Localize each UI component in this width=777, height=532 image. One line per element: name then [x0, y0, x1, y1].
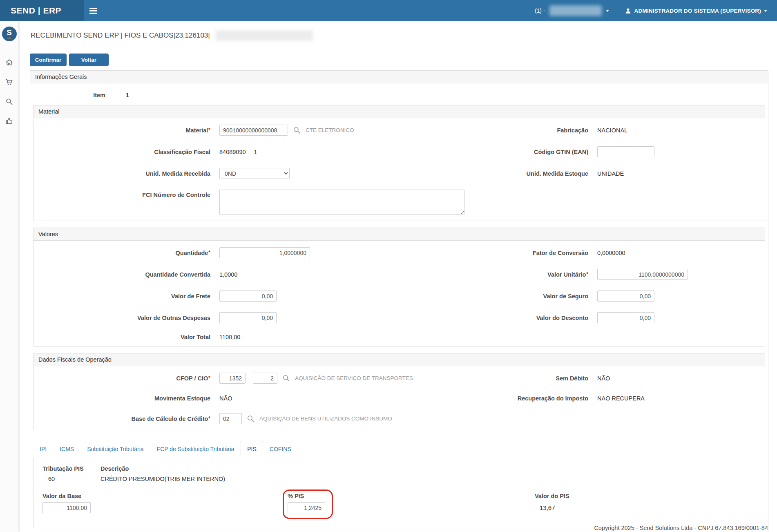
base-credito-search-icon[interactable] [247, 415, 255, 422]
unid-medida-estoque-value: UNIDADE [597, 170, 624, 177]
tax-tabs: IPI ICMS Substituição Tributária FCP de … [33, 441, 765, 457]
valor-frete-input[interactable] [219, 291, 277, 302]
tab-cofins[interactable]: COFINS [263, 441, 298, 457]
valor-unitario-input[interactable] [597, 269, 688, 280]
valor-da-base-label: Valor da Base [42, 493, 279, 499]
sidebar: Serp [0, 21, 18, 532]
tab-substituicao-tributaria[interactable]: Substituição Tributária [80, 441, 150, 457]
percent-pis-label: % PIS [288, 493, 325, 499]
material-panel: Material Material* CTE ELETRONICO Fabric… [33, 105, 765, 221]
general-info-heading: Informações Gerais [30, 71, 768, 83]
material-label: Material* [33, 127, 210, 134]
hamburger-menu-icon[interactable] [84, 0, 103, 21]
base-calculo-credito-input[interactable] [219, 413, 242, 424]
valor-desconto-label: Valor do Desconto [402, 315, 588, 321]
title-redacted-area [216, 30, 313, 41]
cio-input[interactable] [253, 373, 277, 384]
quantidade-convertida-label: Quantidade Convertida [33, 271, 210, 278]
quantidade-convertida-value: 1,0000 [219, 271, 237, 278]
quantidade-input[interactable] [219, 247, 310, 258]
material-heading: Material [33, 105, 765, 118]
valor-do-pis-value: 13,67 [535, 504, 765, 511]
valor-total-label: Valor Total [33, 334, 210, 340]
pis-percent-annotation-circle: % PIS [283, 490, 333, 519]
valores-panel: Valores Quantidade* Fator de Conversão 0… [33, 228, 765, 346]
classificacao-fiscal-label: Classificação Fiscal [33, 149, 210, 155]
movimenta-estoque-label: Movimenta Estoque [33, 395, 210, 402]
back-button[interactable]: Voltar [69, 54, 109, 66]
valor-seguro-label: Valor de Seguro [402, 293, 588, 300]
base-credito-description: AQUISIÇÃO DE BENS UTILIZADOS COMO INSUMO [259, 416, 392, 422]
table-row: 60 CRÉDITO PRESUMIDO(TRIB MER INTERNO) [42, 476, 765, 482]
fator-conversao-label: Fator de Conversão [402, 250, 588, 256]
cfop-search-icon[interactable] [282, 374, 290, 382]
cart-icon[interactable] [5, 78, 13, 86]
fator-conversao-value: 0,0000000 [597, 250, 625, 256]
fci-textarea[interactable] [219, 190, 464, 215]
tributacao-pis-header: Tributação PIS [42, 465, 100, 472]
company-selector-redacted[interactable] [549, 5, 602, 16]
valor-total-value: 1100,00 [219, 334, 240, 340]
cfop-description: AQUISIÇÃO DE SERVIÇO DE TRANSPORTES [295, 375, 413, 381]
recuperacao-imposto-label: Recuperação do Imposto [402, 395, 588, 402]
valor-outras-despesas-input[interactable] [219, 312, 277, 323]
app-brand: SEND | ERP [0, 0, 84, 21]
copyright-text: Copyright 2025 - Send Solutions Ltda - C… [23, 522, 777, 531]
classificacao-fiscal-ex: 1 [254, 149, 257, 155]
descricao-value: CRÉDITO PRESUMIDO(TRIB MER INTERNO) [100, 476, 765, 482]
user-menu[interactable]: ADMINISTRADOR DO SISTEMA (SUPERVISOR) [625, 7, 767, 14]
send-erp-logo: Serp [2, 27, 17, 41]
general-info-panel: Informações Gerais Item 1 Material Mater… [30, 70, 768, 532]
tab-fcp-substituicao-tributaria[interactable]: FCP de Substituição Tributária [150, 441, 241, 457]
chevron-down-icon [764, 10, 767, 12]
unid-medida-recebida-select[interactable]: 0ND [219, 168, 290, 179]
page-footer: Copyright 2025 - Send Solutions Ltda - C… [23, 522, 777, 531]
fabricacao-value: NACIONAL [597, 127, 627, 134]
valor-do-pis-label: Valor do PIS [535, 493, 765, 499]
descricao-header: Descrição [100, 465, 765, 472]
material-input[interactable] [219, 125, 288, 136]
unid-medida-estoque-label: Unid. Medida Estoque [402, 170, 588, 177]
gtin-label: Código GTIN (EAN) [402, 149, 588, 155]
confirm-button[interactable]: Confirmar [30, 54, 67, 66]
item-value: 1 [126, 92, 129, 98]
valor-seguro-input[interactable] [597, 291, 654, 302]
valor-desconto-input[interactable] [597, 312, 654, 323]
tab-pis[interactable]: PIS [241, 441, 263, 457]
pis-tab-content: Tributação PIS Descrição 60 CRÉDITO PRES… [33, 457, 765, 528]
percent-pis-input[interactable] [288, 502, 325, 513]
valor-outras-despesas-label: Valor de Outras Despesas [33, 315, 210, 321]
base-calculo-credito-label: Base de Cálculo de Crédito* [33, 416, 210, 422]
dados-fiscais-panel: Dados Fiscais de Operação CFOP / CIO* AQ… [33, 353, 765, 430]
material-search-icon[interactable] [293, 126, 301, 134]
sem-debito-label: Sem Débito [402, 375, 588, 382]
thumbs-up-icon[interactable] [5, 117, 13, 125]
valor-frete-label: Valor de Frete [33, 293, 210, 300]
main-content: RECEBIMENTO SEND ERP | FIOS E CABOS|23.1… [18, 21, 777, 532]
user-name: ADMINISTRADOR DO SISTEMA (SUPERVISOR) [634, 8, 761, 14]
search-icon[interactable] [5, 98, 13, 105]
unid-medida-recebida-label: Unid. Medida Recebida [33, 170, 210, 177]
home-icon[interactable] [5, 58, 13, 66]
sem-debito-value: NÃO [597, 375, 610, 382]
recuperacao-imposto-value: NAO RECUPERA [597, 395, 645, 402]
top-navbar: SEND | ERP (1) - ADMINISTRADOR DO SISTEM… [0, 0, 777, 21]
quantidade-label: Quantidade* [33, 250, 210, 256]
valor-da-base-input[interactable] [42, 502, 91, 513]
tributacao-pis-value: 60 [42, 476, 100, 482]
cfop-input[interactable] [219, 373, 246, 384]
page-title: RECEBIMENTO SEND ERP | FIOS E CABOS|23.1… [31, 31, 210, 40]
gtin-input[interactable] [597, 146, 654, 157]
classificacao-fiscal-value: 84089090 [219, 149, 246, 155]
material-description: CTE ELETRONICO [306, 127, 354, 133]
dados-fiscais-heading: Dados Fiscais de Operação [33, 353, 765, 366]
tab-icms[interactable]: ICMS [53, 441, 80, 457]
tab-ipi[interactable]: IPI [33, 441, 53, 457]
fabricacao-label: Fabricação [402, 127, 588, 134]
movimenta-estoque-value: NÃO [219, 395, 232, 402]
chevron-down-icon[interactable] [606, 10, 609, 12]
fci-label: FCI Número de Controle [33, 190, 210, 198]
item-label: Item [33, 92, 105, 98]
valor-unitario-label: Valor Unitário* [402, 271, 588, 278]
valores-heading: Valores [33, 228, 765, 241]
